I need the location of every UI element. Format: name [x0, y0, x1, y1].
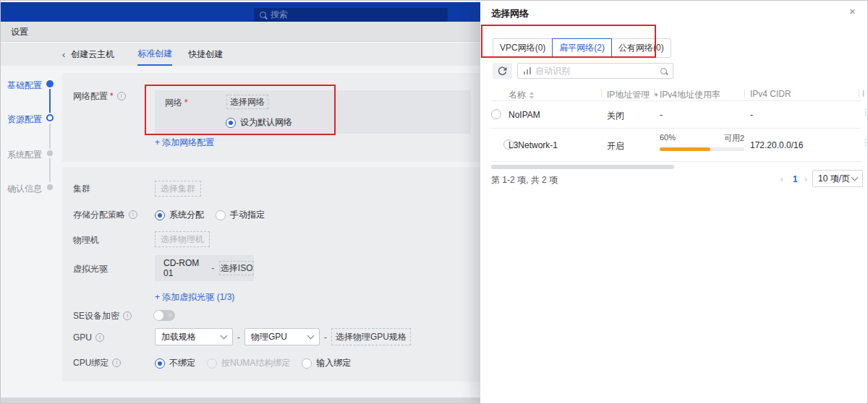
- back-chevron-icon[interactable]: ‹: [62, 49, 65, 60]
- network-name[interactable]: L3Network-1: [509, 140, 558, 150]
- info-icon: i: [117, 92, 126, 100]
- option-system-allocate[interactable]: 系统分配: [155, 209, 204, 221]
- screen: 搜索 设置 ‹ 创建云主机 标准创建 快捷创建 基础配置 资源配置 系统配置 确…: [0, 0, 868, 404]
- gpu-label: GPU i: [73, 332, 104, 343]
- storage-policy-options: 系统分配 手动指定: [155, 209, 265, 221]
- page-prev-icon[interactable]: ‹: [780, 174, 783, 184]
- step-connector: [49, 89, 51, 113]
- radio-selected-icon[interactable]: [155, 358, 165, 369]
- radio-icon[interactable]: [216, 210, 226, 220]
- separator-dash: -: [211, 263, 214, 273]
- step-dot-pending: [47, 184, 53, 190]
- page-next-icon[interactable]: ›: [804, 174, 807, 184]
- usage-value: -: [660, 110, 663, 120]
- horizontal-scrollbar[interactable]: [491, 165, 674, 169]
- radio-selected-icon[interactable]: [155, 210, 165, 220]
- global-search-input[interactable]: 搜索: [254, 8, 448, 22]
- row-radio[interactable]: [491, 109, 501, 119]
- column-header-cidr: IPv4 CIDR: [750, 89, 791, 99]
- column-divider: [859, 89, 859, 98]
- host-label: 物理机: [73, 235, 99, 245]
- info-icon: i: [123, 311, 132, 320]
- select-host-button[interactable]: 选择物理机: [155, 231, 210, 247]
- option-numa-bind[interactable]: 按NUMA结构绑定: [207, 357, 290, 369]
- column-header-name[interactable]: 名称: [509, 89, 534, 101]
- annotation-box-network-field: [145, 85, 336, 135]
- separator-dash: -: [324, 332, 327, 343]
- option-input-bind[interactable]: 输入绑定: [302, 357, 351, 369]
- breadcrumb-title: 设置: [11, 27, 28, 37]
- chevron-down-icon: [221, 332, 228, 340]
- cdrom-label: 虚拟光驱: [73, 264, 108, 274]
- radio-icon[interactable]: [302, 358, 312, 369]
- network-name[interactable]: NoIPAM: [509, 110, 540, 120]
- usage-percent: 60%: [660, 133, 676, 144]
- page-current[interactable]: 1: [793, 174, 798, 184]
- step-confirm-info[interactable]: 确认信息: [1, 183, 42, 195]
- cluster-label: 集群: [73, 184, 90, 194]
- select-physical-gpu-spec-button[interactable]: 选择物理GPU规格: [331, 328, 411, 345]
- step-resource-config[interactable]: 资源配置: [1, 113, 42, 126]
- ipam-state: 开启: [607, 140, 624, 152]
- column-divider: [601, 89, 602, 98]
- auto-detect-icon: [524, 67, 531, 74]
- step-dot-active: [46, 114, 54, 121]
- row-divider: [491, 100, 861, 101]
- step-basic-config[interactable]: 基础配置: [1, 79, 42, 92]
- step-connector: [49, 124, 51, 149]
- page-size-select[interactable]: 10 项/页: [812, 170, 863, 187]
- info-icon: i: [95, 333, 104, 342]
- usage-progress-fill: [660, 147, 710, 151]
- option-no-bind[interactable]: 不绑定: [155, 357, 195, 369]
- chevron-down-icon: [307, 332, 315, 340]
- select-iso-button[interactable]: 选择ISO: [219, 261, 254, 275]
- search-icon[interactable]: [660, 68, 667, 74]
- search-icon: [260, 12, 266, 18]
- info-icon: i: [129, 210, 137, 219]
- close-icon[interactable]: ×: [849, 6, 856, 17]
- step-system-config[interactable]: 系统配置: [1, 149, 42, 161]
- sort-icon[interactable]: [529, 92, 534, 99]
- annotation-box-network-tabs: [481, 25, 656, 58]
- cpu-pin-options: 不绑定 按NUMA结构绑定 输入绑定: [155, 357, 351, 369]
- usage-progress-track: [660, 147, 744, 151]
- separator-dash: -: [237, 332, 240, 343]
- usage-available: 可用2: [724, 133, 744, 144]
- clipped-cell: ⋮: [861, 137, 868, 147]
- usage-labels: 60% 可用2: [660, 133, 744, 144]
- option-manual-assign[interactable]: 手动指定: [216, 209, 265, 221]
- gpu-type-select[interactable]: 物理GPU: [244, 328, 320, 345]
- radio-disabled-icon: [207, 358, 217, 369]
- chevron-down-icon: [851, 174, 859, 181]
- tab-quick-create[interactable]: 快捷创建: [188, 43, 223, 65]
- storage-policy-label: 存储分配策略 i: [73, 210, 137, 220]
- cdrom-device-name: CD-ROM 01: [163, 258, 207, 278]
- column-header-ipam[interactable]: IP地址管理 ▼: [607, 89, 659, 101]
- se-encrypt-toggle[interactable]: ×: [153, 310, 175, 321]
- cidr-value: 172.20.0.0/16: [750, 140, 803, 150]
- clipped-column-header: I: [862, 89, 864, 99]
- step-dot-current: [46, 80, 54, 87]
- select-cluster-button[interactable]: 选择集群: [155, 181, 201, 197]
- add-cdrom-link[interactable]: + 添加虚拟光驱 (1/3): [155, 291, 234, 304]
- gpu-spec-select[interactable]: 加载规格: [155, 328, 233, 345]
- ipam-state: 关闭: [607, 110, 624, 122]
- tab-standard-create[interactable]: 标准创建: [137, 43, 172, 66]
- toggle-knob: [154, 311, 163, 320]
- usage-cell: 60% 可用2: [660, 133, 744, 151]
- cpu-pin-label: CPU绑定 i: [73, 358, 121, 368]
- network-config-label: 网络配置 * i: [73, 91, 126, 101]
- required-mark: *: [110, 91, 114, 101]
- clipped-cell: ⋮: [861, 107, 868, 117]
- refresh-icon: [498, 66, 507, 76]
- panel-search-placeholder: 自动识别: [535, 65, 660, 77]
- global-search-placeholder: 搜索: [271, 9, 288, 21]
- refresh-button[interactable]: [493, 63, 512, 79]
- column-divider: [744, 89, 745, 98]
- row-divider: [491, 161, 861, 162]
- page-title[interactable]: 创建云主机: [71, 48, 114, 61]
- select-network-panel: 选择网络 × VPC网络(0) 扁平网络(2) 公有网络(0) 自动识别 名称 …: [480, 1, 868, 404]
- panel-search-input[interactable]: 自动识别: [517, 63, 673, 79]
- cdrom-field-group: CD-ROM 01 - 选择ISO: [155, 255, 254, 281]
- add-network-config-link[interactable]: + 添加网络配置: [155, 137, 214, 149]
